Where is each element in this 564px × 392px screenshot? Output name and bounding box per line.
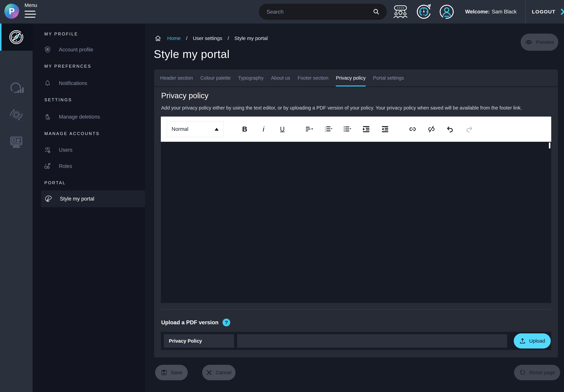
upload-button-label: Upload [529,338,545,344]
reset-page-button[interactable]: Reset page [514,365,560,380]
sidebar-item-users[interactable]: Users [44,146,145,154]
svg-text:2: 2 [325,128,326,130]
palette-icon [44,195,52,203]
timer-icon[interactable] [415,3,432,20]
link-icon[interactable] [409,125,417,133]
breadcrumb-current: Style my portal [234,35,268,41]
report-chart-icon [9,80,24,96]
tab-footer-section[interactable]: Footer section [298,69,329,86]
divider [161,309,551,310]
preview-label: Preview [536,39,554,45]
team-chat-icon[interactable] [393,3,409,20]
sidebar-item-style-my-portal[interactable]: Style my portal [41,190,145,207]
preview-button[interactable]: Preview [521,34,558,51]
sidebar-item-label: Account profile [59,47,93,53]
search-input[interactable] [267,9,372,15]
upload-field-label: Privacy Policy [169,338,202,344]
shield-user-icon [44,46,51,54]
upload-icon [519,338,526,344]
welcome-text: Welcome: Sam Black [465,0,517,24]
search-icon[interactable] [372,8,380,16]
breadcrumb-user-settings[interactable]: User settings [193,35,222,41]
save-label: Save [171,370,182,375]
save-button[interactable]: Save [155,365,188,380]
sidebar-item-manage-deletions[interactable]: Manage deletions [44,112,145,121]
ordered-list-icon[interactable]: 1 2 3 [325,125,333,133]
upload-pdf-heading: Upload a PDF version ? [161,318,230,327]
tab-privacy-policy[interactable]: Privacy policy [336,69,366,86]
cancel-label: Cancel [216,370,231,375]
svg-text:1: 1 [325,126,326,128]
unlink-icon[interactable] [427,125,436,133]
upload-field-label-box: Privacy Policy [164,334,234,348]
tab-about-us[interactable]: About us [271,69,290,86]
eye-icon [525,39,532,45]
tab-bar: Header section Colour palette Typography… [154,69,558,87]
tab-typography[interactable]: Typography [238,69,264,86]
breadcrumb-separator: / [186,35,187,41]
menu-toggle[interactable]: Menu [25,2,36,19]
sidebar-item-label: Style my portal [60,196,94,202]
outdent-icon[interactable] [381,125,389,133]
rail-item-dashboard[interactable] [0,24,33,51]
redo-icon[interactable] [465,125,473,133]
user-name: Sam Black [492,9,517,15]
stethoscope-icon [44,162,51,170]
sidebar-item-notifications[interactable]: Notifications [44,79,145,88]
underline-icon[interactable]: U [278,125,286,133]
tab-header-section[interactable]: Header section [160,69,193,86]
bullet-list-icon[interactable] [343,125,352,133]
rail-item-portal-pages[interactable] [0,132,33,152]
monitor-icon [9,134,24,150]
save-icon [161,369,167,376]
section-heading: Privacy policy [161,91,208,100]
breadcrumb-separator: / [227,35,229,41]
paragraph-style-value: Normal [172,126,215,132]
style-portal-panel: Header section Colour palette Typography… [154,69,558,357]
breadcrumb-home[interactable]: Home [167,35,181,41]
section-description: Add your privacy policy either by using … [161,105,522,111]
tab-portal-settings[interactable]: Portal settings [373,69,404,86]
editor-toolbar: Normal B i U 1 2 3 [161,117,551,142]
sidebar-section-my-profile: MY PROFILE [44,32,78,36]
chevron-right-icon [560,8,564,15]
rail-item-settings[interactable] [0,105,33,125]
welcome-label: Welcome: [465,9,490,15]
profile-icon[interactable] [438,3,455,20]
undo-icon[interactable] [446,125,454,133]
home-icon[interactable] [154,34,162,42]
rich-text-editor-body[interactable] [161,142,551,303]
sidebar-item-roles[interactable]: Roles [44,162,145,171]
indent-icon[interactable] [362,125,370,133]
italic-icon[interactable]: i [259,125,268,133]
sidebar: MY PROFILE Account profile MY PREFERNCES… [33,24,145,392]
hamburger-icon [25,9,36,19]
sidebar-item-label: Users [59,147,72,153]
align-icon[interactable] [306,125,314,133]
pdf-file-field[interactable] [237,334,507,348]
cancel-button[interactable]: Cancel [202,365,235,380]
sidebar-item-account-profile[interactable]: Account profile [44,45,145,54]
rail-item-reports[interactable] [0,78,33,98]
gear-sync-icon [9,107,24,122]
trash-clock-icon [44,113,51,121]
compass-icon [8,29,24,45]
editor-scrollbar[interactable] [549,142,550,149]
sidebar-section-my-preferences: MY PREFERNCES [44,64,91,69]
paragraph-style-select[interactable]: Normal [167,121,224,137]
menu-label: Menu [25,2,36,8]
logout-button[interactable]: LOGOUT [532,0,564,24]
tab-colour-palette[interactable]: Colour palette [200,69,231,86]
question-icon[interactable]: ? [223,319,230,326]
icon-rail [0,24,33,392]
users-add-icon [44,146,51,154]
sidebar-item-label: Roles [59,163,72,169]
bell-icon [44,80,51,87]
search-bar [259,4,387,20]
sidebar-item-label: Notifications [59,80,87,86]
bold-icon[interactable]: B [241,125,249,133]
upload-button[interactable]: Upload [514,333,551,349]
app-logo[interactable]: P [4,4,19,19]
sidebar-section-manage-accounts: MANAGE ACCOUNTS [44,131,100,136]
svg-text:3: 3 [325,130,326,132]
